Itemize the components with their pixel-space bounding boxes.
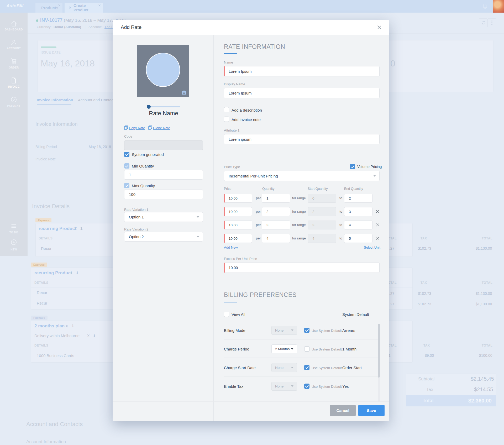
quantity-input[interactable] — [262, 234, 290, 243]
billing-mode-label: Billing Mode — [224, 328, 245, 333]
item-row-name: Recur — [41, 246, 51, 251]
rate-variation-2-value: Option 2 — [129, 234, 144, 239]
rate-variation-1-select[interactable]: Option 1 — [124, 212, 203, 222]
price-input[interactable] — [224, 221, 252, 229]
save-button[interactable]: Save — [358, 405, 385, 416]
add-description-checkbox[interactable] — [224, 107, 229, 112]
attribute1-input[interactable] — [224, 134, 380, 144]
min-quantity-checkbox[interactable] — [124, 163, 129, 169]
invoice-icon — [10, 77, 17, 84]
section-invoice-information: Invoice Information — [35, 121, 78, 127]
sidebar-item-account: ACCOUNT — [0, 47, 28, 50]
more-options-button — [487, 18, 496, 27]
price-type-select[interactable]: Incremental Per-Unit Pricing — [224, 171, 380, 181]
price-input[interactable] — [224, 234, 252, 243]
avatar — [493, 0, 504, 13]
charge-start-date-label: Charge Start Date — [224, 365, 256, 370]
kebab-icon — [491, 22, 492, 23]
close-icon[interactable] — [377, 25, 382, 30]
start-quantity-input — [308, 194, 336, 203]
view-all-checkbox[interactable] — [224, 312, 229, 317]
use-system-default-checkbox[interactable] — [304, 384, 309, 389]
per-text: per — [256, 210, 261, 213]
use-system-default-checkbox[interactable] — [304, 328, 309, 333]
item-row-name: 1000 Business Cards — [37, 353, 74, 358]
volume-pricing-checkbox[interactable] — [350, 164, 355, 169]
sidebar-item-dashboard: DASHBOARD — [0, 28, 28, 31]
end-quantity-input[interactable] — [344, 207, 372, 216]
display-name-input[interactable] — [224, 88, 380, 98]
end-quantity-input[interactable] — [344, 234, 372, 243]
tax-value: $214.55 — [474, 386, 493, 392]
image-zoom-slider-knob[interactable] — [147, 105, 151, 109]
rate-information-accent — [224, 53, 237, 54]
excess-price-label: Excess Per-Unit Price — [224, 257, 257, 261]
new-icon — [10, 239, 17, 246]
quantity-input[interactable] — [262, 194, 290, 203]
subtotal-value: $2,145.45 — [471, 376, 494, 382]
system-default-header: System Default — [342, 312, 369, 317]
to-text: to — [339, 210, 342, 213]
view-all-label: View All — [232, 312, 245, 317]
for-range-text: for range — [292, 196, 306, 200]
name-input[interactable] — [224, 66, 380, 76]
remove-item-x: X — [66, 324, 68, 328]
refresh-icon — [481, 20, 486, 25]
end-quantity-header: End Quantity — [344, 187, 363, 191]
code-input[interactable] — [124, 140, 203, 150]
item-qty: 1 — [76, 270, 78, 275]
cancel-button[interactable]: Cancel — [330, 405, 356, 416]
copy-rate-link[interactable]: Copy Rate — [129, 126, 145, 130]
name-label: Name — [224, 60, 233, 64]
billing-preferences-accent — [224, 302, 237, 302]
add-invoice-note-checkbox[interactable] — [224, 117, 229, 122]
price-input[interactable] — [224, 207, 252, 216]
left-sidebar: DASHBOARD ACCOUNT ORDER INVOICE PAYMENT … — [0, 13, 28, 256]
quantity-input[interactable] — [262, 207, 290, 216]
rate-image-placeholder[interactable] — [137, 45, 189, 97]
remove-row-icon[interactable] — [375, 209, 380, 214]
end-quantity-input[interactable] — [344, 194, 372, 203]
max-quantity-input[interactable] — [124, 190, 203, 199]
add-new-link[interactable]: Add New — [224, 245, 238, 249]
issue-date-value: May 16, 2018 — [41, 58, 95, 69]
code-label: Code — [124, 134, 132, 138]
rate-information-heading: RATE INFORMATION — [224, 43, 285, 50]
image-zoom-slider-track[interactable] — [148, 106, 180, 107]
rate-variation-2-select[interactable]: Option 2 — [124, 232, 203, 242]
col-total2: TOTAL — [482, 237, 492, 240]
line-item-title: recurring Product — [34, 270, 72, 276]
section-divider — [214, 283, 389, 283]
charge-period-select[interactable]: 2 Months — [271, 344, 297, 353]
remove-row-icon[interactable] — [375, 236, 380, 240]
add-rate-modal: Add Rate Rate Name Copy Rate Clone Rate … — [113, 20, 389, 421]
price-input[interactable] — [224, 194, 252, 203]
select-unit-link[interactable]: Select Unit — [364, 245, 380, 249]
charge-period-value: 2 Months — [275, 347, 290, 351]
tab-account-contacts: Account and Contact — [78, 98, 114, 102]
billing-period-value: May 16, 2018 – — [89, 145, 114, 149]
quantity-input[interactable] — [262, 221, 290, 229]
copy-icon — [124, 125, 128, 130]
use-system-default-label: Use System Default — [312, 347, 342, 351]
max-quantity-checkbox[interactable] — [124, 183, 129, 188]
use-system-default-checkbox[interactable] — [304, 365, 309, 370]
order-icon — [10, 57, 17, 65]
col-total2: TOTAL — [482, 281, 492, 285]
bp-divider — [224, 321, 380, 321]
rate-variation-1-value: Option 1 — [129, 215, 144, 219]
charge-start-date-value: None — [275, 366, 284, 370]
layers-icon — [68, 6, 71, 10]
invoice-id: INV-10177 — [40, 18, 62, 23]
clone-rate-link[interactable]: Clone Rate — [153, 126, 170, 130]
use-system-default-checkbox[interactable] — [304, 346, 309, 352]
min-quantity-input[interactable] — [124, 170, 203, 180]
system-generated-checkbox[interactable] — [124, 152, 129, 157]
end-quantity-input[interactable] — [344, 221, 372, 229]
excess-price-input[interactable] — [224, 263, 380, 273]
remove-row-icon[interactable] — [375, 223, 380, 227]
bp-scrollbar[interactable] — [378, 324, 380, 402]
modal-header: Add Rate — [113, 20, 389, 35]
camera-icon[interactable] — [181, 90, 187, 95]
bp-scrollbar-thumb[interactable] — [378, 324, 380, 378]
